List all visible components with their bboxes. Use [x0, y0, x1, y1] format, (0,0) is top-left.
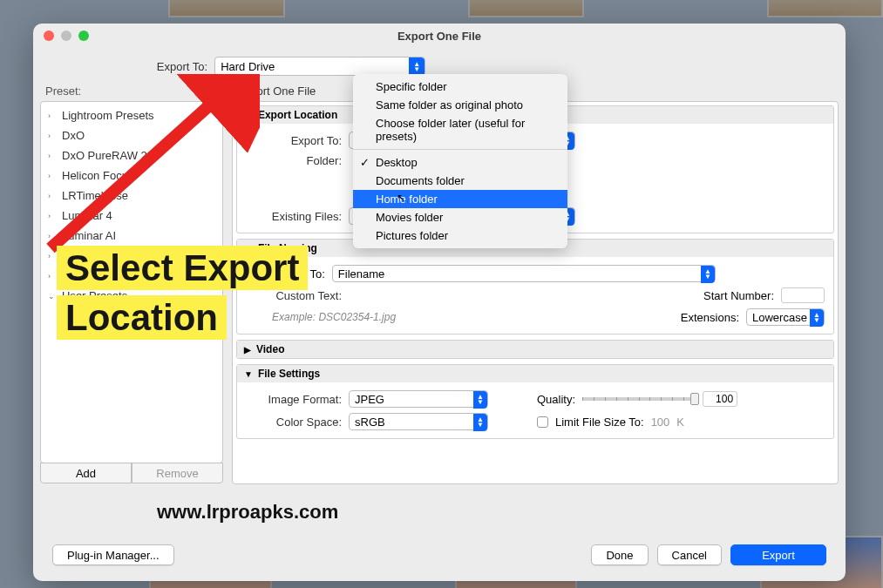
- menu-item-highlighted[interactable]: Home folder↖: [353, 190, 567, 208]
- svg-line-1: [51, 91, 225, 248]
- color-space-label: Color Space:: [246, 416, 342, 429]
- export-to-label: Export To:: [157, 60, 207, 73]
- close-button[interactable]: [44, 30, 54, 41]
- menu-item[interactable]: Choose folder later (useful for presets): [353, 114, 567, 145]
- cancel-button[interactable]: Cancel: [657, 544, 722, 565]
- check-icon: ✓: [360, 156, 370, 169]
- minimize-button[interactable]: [61, 30, 71, 41]
- folder-label: Folder:: [246, 154, 342, 167]
- watermark-url: www.lrproapks.com: [157, 501, 338, 524]
- limit-unit: K: [676, 416, 684, 429]
- limit-size-checkbox[interactable]: [537, 416, 548, 428]
- section-file-naming: ▼File Naming Rename To: Filename▲▼ Custo…: [236, 239, 834, 335]
- start-number-input[interactable]: [781, 287, 825, 303]
- export-to-label: Export To:: [246, 134, 342, 147]
- chevron-down-icon: ⌄: [48, 292, 57, 301]
- annotation-text: Select ExportLocation: [57, 244, 308, 342]
- menu-item[interactable]: Movies folder: [353, 208, 567, 226]
- window-title: Export One File: [397, 30, 481, 43]
- menu-separator: [353, 149, 567, 150]
- menu-item[interactable]: Documents folder: [353, 172, 567, 190]
- quality-input[interactable]: [703, 391, 737, 407]
- done-button[interactable]: Done: [591, 544, 648, 565]
- existing-files-label: Existing Files:: [246, 210, 342, 223]
- titlebar: Export One File: [33, 24, 846, 50]
- annotation-arrow: [42, 74, 260, 266]
- menu-item[interactable]: Same folder as original photo: [353, 96, 567, 114]
- image-format-label: Image Format:: [246, 393, 342, 406]
- extensions-select[interactable]: Lowercase▲▼: [746, 308, 825, 326]
- extensions-label: Extensions:: [681, 311, 739, 324]
- plugin-manager-button[interactable]: Plug-in Manager...: [52, 544, 174, 565]
- menu-item[interactable]: Specific folder: [353, 78, 567, 96]
- image-format-select[interactable]: JPEG▲▼: [349, 390, 488, 408]
- chevron-right-icon: ›: [48, 272, 57, 280]
- remove-preset-button: Remove: [132, 463, 223, 483]
- limit-size-label: Limit File Size To:: [555, 416, 644, 429]
- limit-size-value: 100: [651, 416, 670, 429]
- export-button[interactable]: Export: [730, 544, 826, 565]
- export-to-select[interactable]: Hard Drive ▲▼: [214, 57, 425, 76]
- menu-item[interactable]: ✓Desktop: [353, 153, 567, 172]
- quality-label: Quality:: [537, 393, 575, 406]
- section-file-settings: ▼File Settings Image Format: JPEG▲▼ Qual…: [236, 364, 834, 439]
- export-location-menu[interactable]: Specific folder Same folder as original …: [353, 74, 567, 248]
- color-space-select[interactable]: sRGB▲▼: [349, 413, 488, 430]
- disclosure-triangle-icon[interactable]: ▼: [244, 369, 253, 379]
- maximize-button[interactable]: [78, 30, 89, 41]
- rename-template-select[interactable]: Filename▲▼: [332, 265, 716, 282]
- disclosure-triangle-icon[interactable]: ▶: [244, 345, 251, 355]
- menu-item[interactable]: Pictures folder: [353, 226, 567, 245]
- cursor-icon: ↖: [397, 192, 405, 204]
- start-number-label: Start Number:: [703, 289, 774, 302]
- add-preset-button[interactable]: Add: [40, 463, 132, 483]
- section-video: ▶Video: [236, 340, 834, 359]
- quality-slider[interactable]: [582, 397, 696, 401]
